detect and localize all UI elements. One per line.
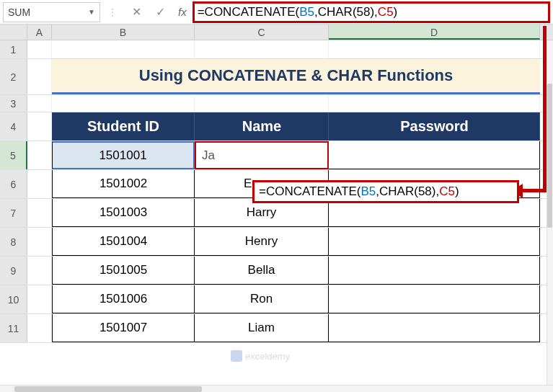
cell-d8[interactable]: [329, 228, 540, 256]
cell-b10[interactable]: 1501006: [52, 285, 195, 313]
page-title[interactable]: Using CONCATENATE & CHAR Functions: [52, 59, 540, 94]
cell-a9[interactable]: [27, 257, 52, 285]
cell-a8[interactable]: [27, 228, 52, 256]
watermark-text: exceldemy: [245, 351, 290, 362]
row-10: 10 1501006 Ron: [0, 285, 553, 314]
row-3: 3: [0, 95, 553, 112]
cell-b5[interactable]: 1501001: [52, 141, 195, 169]
watermark: exceldemy: [231, 350, 290, 362]
cell-d9[interactable]: [329, 257, 540, 285]
separator: ⋮: [100, 6, 125, 18]
cell-c1[interactable]: [195, 40, 329, 58]
row-5: 5 1501001 Ja: [0, 141, 553, 170]
callout-arrow-horiz: [519, 189, 547, 192]
cell-a4[interactable]: [27, 112, 52, 141]
horizontal-scrollbar[interactable]: [0, 385, 553, 392]
cancel-icon[interactable]: ✕: [125, 5, 149, 19]
row-header-2[interactable]: 2: [0, 59, 27, 94]
callout-arrow-line: [543, 26, 547, 192]
row-header-4[interactable]: 4: [0, 112, 27, 141]
row-8: 8 1501004 Henry: [0, 228, 553, 257]
cell-c9[interactable]: Bella: [195, 257, 329, 285]
name-box[interactable]: SUM ▼: [3, 2, 100, 22]
cell-b6[interactable]: 1501002: [52, 170, 195, 198]
header-student-id[interactable]: Student ID: [52, 112, 195, 141]
watermark-logo-icon: [231, 350, 242, 362]
row-header-3[interactable]: 3: [0, 95, 27, 112]
cell-b9[interactable]: 1501005: [52, 257, 195, 285]
row-1: 1: [0, 40, 553, 59]
cell-b3[interactable]: [52, 95, 195, 112]
row-header-7[interactable]: 7: [0, 199, 27, 227]
select-all-corner[interactable]: [0, 24, 27, 40]
row-header-8[interactable]: 8: [0, 228, 27, 256]
chevron-down-icon[interactable]: ▼: [88, 8, 95, 16]
vertical-scroll-thumb[interactable]: [547, 84, 552, 228]
name-box-value: SUM: [8, 6, 88, 18]
cell-c5[interactable]: Ja: [195, 141, 329, 169]
row-11: 11 1501007 Liam: [0, 314, 553, 343]
cell-d10[interactable]: [329, 285, 540, 313]
col-header-d[interactable]: D: [329, 24, 540, 40]
cell-editing-overlay[interactable]: =CONCATENATE(B5,CHAR(58),C5): [252, 180, 519, 203]
row-header-9[interactable]: 9: [0, 257, 27, 285]
col-header-c[interactable]: C: [195, 24, 329, 40]
col-header-b[interactable]: B: [52, 24, 195, 40]
cell-b7[interactable]: 1501003: [52, 199, 195, 227]
row-9: 9 1501005 Bella: [0, 257, 553, 285]
cell-d5[interactable]: [329, 141, 540, 169]
cell-b1[interactable]: [52, 40, 195, 58]
cell-c10[interactable]: Ron: [195, 285, 329, 313]
formula-input[interactable]: =CONCATENATE(B5,CHAR(58),C5): [193, 1, 550, 23]
col-header-a[interactable]: A: [27, 24, 52, 40]
column-headers: A B C D: [0, 24, 553, 40]
row-header-6[interactable]: 6: [0, 170, 27, 198]
cell-a2[interactable]: [27, 59, 52, 94]
cell-c3[interactable]: [195, 95, 329, 112]
horizontal-scroll-thumb[interactable]: [14, 386, 202, 392]
header-name[interactable]: Name: [195, 112, 329, 141]
enter-icon[interactable]: ✓: [149, 5, 172, 19]
cell-d3[interactable]: [329, 95, 540, 112]
cell-a3[interactable]: [27, 95, 52, 112]
cell-a5[interactable]: [27, 141, 52, 169]
cell-a10[interactable]: [27, 285, 52, 313]
cell-a1[interactable]: [27, 40, 52, 58]
fx-icon[interactable]: fx: [172, 6, 193, 18]
row-7: 7 1501003 Harry: [0, 199, 553, 228]
vertical-scrollbar[interactable]: [547, 40, 553, 385]
row-2: 2 Using CONCATENATE & CHAR Functions: [0, 59, 553, 95]
header-password[interactable]: Password: [329, 112, 540, 141]
row-header-5[interactable]: 5: [0, 141, 27, 169]
formula-bar: SUM ▼ ⋮ ✕ ✓ fx =CONCATENATE(B5,CHAR(58),…: [0, 0, 553, 24]
cell-a7[interactable]: [27, 199, 52, 227]
cell-a6[interactable]: [27, 170, 52, 198]
cell-c11[interactable]: Liam: [195, 314, 329, 342]
cell-a11[interactable]: [27, 314, 52, 342]
row-header-1[interactable]: 1: [0, 40, 27, 58]
cell-d11[interactable]: [329, 314, 540, 342]
row-4: 4 Student ID Name Password: [0, 112, 553, 141]
cell-b8[interactable]: 1501004: [52, 228, 195, 256]
row-header-10[interactable]: 10: [0, 285, 27, 313]
cell-b11[interactable]: 1501007: [52, 314, 195, 342]
row-header-11[interactable]: 11: [0, 314, 27, 342]
cell-d1[interactable]: [329, 40, 540, 58]
cell-c8[interactable]: Henry: [195, 228, 329, 256]
